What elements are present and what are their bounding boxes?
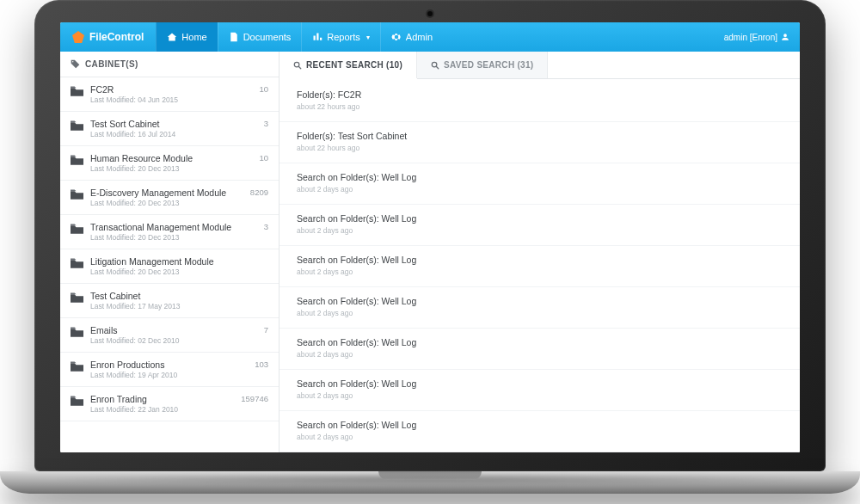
- folder-icon: [71, 189, 83, 200]
- brand-name: FileControl: [89, 31, 144, 43]
- cabinet-count: 3: [264, 119, 268, 128]
- recent-search-list[interactable]: Folder(s): FC2Rabout 22 hours agoFolder(…: [280, 79, 800, 452]
- search-time: about 22 hours ago: [297, 144, 783, 152]
- search-panel: RECENT SEARCH (10) SAVED SEARCH (31) Fol…: [280, 52, 800, 452]
- folder-icon: [71, 224, 83, 234]
- search-time: about 2 days ago: [297, 309, 783, 317]
- tab-recent-search[interactable]: RECENT SEARCH (10): [280, 52, 417, 78]
- cabinet-list[interactable]: FC2RLast Modified: 04 Jun 201510Test Sor…: [60, 77, 279, 421]
- cabinet-item[interactable]: E-Discovery Management ModuleLast Modifi…: [60, 181, 279, 215]
- recent-search-item[interactable]: Search on Folder(s): Well Logabout 2 day…: [280, 246, 800, 287]
- cabinet-name: Emails: [90, 325, 257, 335]
- cabinets-heading: CABINET(S): [60, 52, 279, 77]
- cabinets-panel: CABINET(S) FC2RLast Modified: 04 Jun 201…: [60, 52, 280, 452]
- nav-documents[interactable]: Documents: [218, 22, 302, 52]
- recent-search-item[interactable]: Search on Folder(s): Well Logabout 2 day…: [280, 329, 800, 370]
- cabinet-name: FC2R: [90, 84, 252, 95]
- folder-icon: [71, 361, 83, 372]
- laptop-camera: [427, 11, 433, 16]
- cabinet-meta: Last Modified: 22 Jan 2010: [90, 405, 234, 414]
- cabinet-name: Enron Productions: [90, 360, 248, 370]
- search-title: Search on Folder(s): Well Log: [297, 420, 783, 430]
- folder-icon: [71, 292, 83, 303]
- search-time: about 2 days ago: [297, 391, 783, 400]
- cabinet-name: E-Discovery Management Module: [90, 187, 243, 198]
- search-time: about 2 days ago: [297, 185, 783, 194]
- brand[interactable]: FileControl: [60, 22, 156, 52]
- user-menu[interactable]: admin [Enron]: [714, 22, 800, 52]
- folder-icon: [71, 258, 83, 268]
- nav-admin[interactable]: Admin: [380, 22, 443, 52]
- home-icon: [167, 32, 177, 42]
- cabinet-item[interactable]: Test CabinetLast Modified: 17 May 2013: [60, 284, 279, 318]
- search-title: Search on Folder(s): Well Log: [297, 213, 783, 224]
- reports-icon: [312, 32, 322, 42]
- cabinet-count: 3: [264, 222, 268, 231]
- folder-icon: [71, 120, 83, 131]
- nav-reports[interactable]: Reports ▾: [301, 22, 380, 52]
- nav-reports-label: Reports: [327, 32, 360, 42]
- chevron-down-icon: ▾: [366, 34, 370, 41]
- recent-search-item[interactable]: Search on Folder(s): Well Logabout 2 day…: [280, 370, 800, 411]
- search-title: Search on Folder(s): Well Log: [297, 296, 783, 306]
- cabinet-item[interactable]: FC2RLast Modified: 04 Jun 201510: [60, 77, 279, 112]
- cabinet-meta: Last Modified: 19 Apr 2010: [90, 371, 248, 379]
- search-icon: [431, 61, 439, 70]
- cabinet-name: Test Cabinet: [90, 291, 261, 301]
- cabinet-meta: Last Modified: 04 Jun 2015: [90, 95, 252, 104]
- user-icon: [781, 33, 789, 41]
- tab-saved-label: SAVED SEARCH (31): [444, 60, 533, 70]
- tab-recent-label: RECENT SEARCH (10): [306, 60, 402, 70]
- recent-search-item[interactable]: Search on Folder(s): Well Logabout 2 day…: [280, 287, 800, 329]
- search-title: Search on Folder(s): Well Log: [297, 337, 783, 347]
- cabinet-name: Human Resource Module: [90, 153, 252, 163]
- search-title: Folder(s): FC2R: [297, 89, 783, 100]
- cabinet-meta: Last Modified: 20 Dec 2013: [90, 267, 261, 276]
- cabinet-item[interactable]: Transactional Management ModuleLast Modi…: [60, 215, 279, 249]
- recent-search-item[interactable]: Search on Folder(s): Well Logabout 2 day…: [280, 411, 800, 452]
- recent-search-item[interactable]: Search on Folder(s): Well Logabout 2 day…: [280, 163, 800, 205]
- document-icon: [229, 32, 239, 42]
- svg-line-1: [298, 66, 301, 69]
- cabinet-count: 7: [264, 325, 268, 335]
- search-time: about 2 days ago: [297, 267, 783, 276]
- cabinet-name: Test Sort Cabinet: [90, 119, 257, 129]
- laptop-base: [0, 471, 860, 494]
- content: CABINET(S) FC2RLast Modified: 04 Jun 201…: [60, 52, 800, 452]
- svg-line-3: [436, 66, 439, 69]
- tab-saved-search[interactable]: SAVED SEARCH (31): [417, 52, 548, 78]
- nav-home[interactable]: Home: [156, 22, 217, 52]
- cabinet-name: Transactional Management Module: [90, 222, 257, 232]
- recent-search-item[interactable]: Folder(s): Test Sort Cabinetabout 22 hou…: [280, 122, 800, 163]
- cabinet-item[interactable]: EmailsLast Modified: 02 Dec 20107: [60, 318, 279, 353]
- nav-admin-label: Admin: [406, 32, 433, 42]
- cabinet-meta: Last Modified: 20 Dec 2013: [90, 199, 243, 207]
- cabinet-count: 103: [255, 360, 268, 369]
- search-time: about 2 days ago: [297, 350, 783, 359]
- cabinet-meta: Last Modified: 20 Dec 2013: [90, 164, 252, 173]
- folder-icon: [71, 155, 83, 165]
- cabinet-name: Litigation Management Module: [90, 256, 261, 267]
- user-label: admin [Enron]: [724, 33, 777, 42]
- search-time: about 2 days ago: [297, 226, 783, 235]
- recent-search-item[interactable]: Search on Folder(s): Well Logabout 2 day…: [280, 205, 800, 246]
- cabinet-meta: Last Modified: 02 Dec 2010: [90, 336, 257, 345]
- cabinet-meta: Last Modified: 20 Dec 2013: [90, 233, 257, 242]
- cabinet-item[interactable]: Enron ProductionsLast Modified: 19 Apr 2…: [60, 353, 279, 387]
- app-screen: FileControl Home Documents Reports ▾: [60, 22, 800, 452]
- nav-home-label: Home: [181, 32, 206, 42]
- search-title: Search on Folder(s): Well Log: [297, 172, 783, 182]
- cabinet-meta: Last Modified: 16 Jul 2014: [90, 130, 257, 138]
- cabinet-item[interactable]: Litigation Management ModuleLast Modifie…: [60, 249, 279, 284]
- folder-icon: [71, 327, 83, 337]
- nav-documents-label: Documents: [243, 32, 292, 42]
- recent-search-item[interactable]: Folder(s): FC2Rabout 22 hours ago: [280, 81, 800, 122]
- search-time: about 22 hours ago: [297, 102, 783, 111]
- search-time: about 2 days ago: [297, 433, 783, 441]
- cabinet-item[interactable]: Test Sort CabinetLast Modified: 16 Jul 2…: [60, 112, 279, 146]
- search-icon: [293, 61, 302, 70]
- cabinet-item[interactable]: Human Resource ModuleLast Modified: 20 D…: [60, 146, 279, 181]
- search-title: Search on Folder(s): Well Log: [297, 255, 783, 265]
- cabinet-item[interactable]: Enron TradingLast Modified: 22 Jan 20101…: [60, 387, 279, 421]
- search-title: Search on Folder(s): Well Log: [297, 378, 783, 389]
